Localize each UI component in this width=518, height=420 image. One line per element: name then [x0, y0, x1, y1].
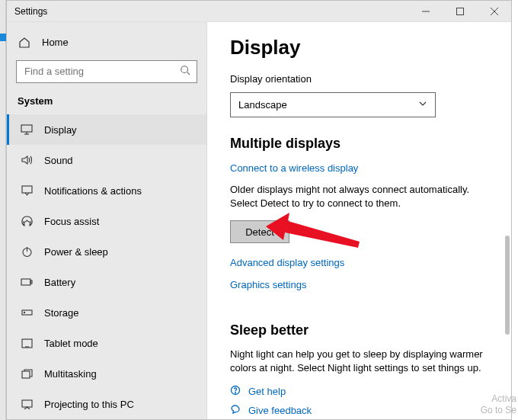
sidebar-item-label: Tablet mode: [44, 338, 98, 349]
orientation-value: Landscape: [238, 99, 287, 111]
home-label: Home: [42, 37, 69, 48]
maximize-button[interactable]: [443, 1, 477, 22]
sidebar-item-sound[interactable]: Sound: [7, 145, 206, 175]
home-button[interactable]: Home: [7, 30, 206, 56]
multitasking-icon: [20, 369, 34, 379]
battery-icon: [20, 277, 34, 287]
sidebar-item-storage[interactable]: Storage: [7, 297, 206, 328]
graphics-settings-link[interactable]: Graphics settings: [230, 279, 306, 290]
focus-assist-icon: [20, 216, 34, 227]
sidebar-item-label: Display: [44, 124, 77, 136]
background-accent: [0, 34, 6, 41]
sidebar-item-power-sleep[interactable]: Power & sleep: [7, 236, 206, 267]
svg-rect-12: [21, 279, 30, 285]
tablet-icon: [20, 338, 34, 348]
search-box[interactable]: [16, 60, 197, 83]
activation-watermark: Activa Go to Se: [481, 393, 516, 415]
advanced-display-link[interactable]: Advanced display settings: [230, 257, 344, 268]
give-feedback-label: Give feedback: [248, 405, 312, 416]
sound-icon: [20, 155, 34, 165]
svg-line-5: [187, 72, 190, 75]
sidebar-item-multitasking[interactable]: Multitasking: [7, 358, 206, 389]
sidebar-item-tablet-mode[interactable]: Tablet mode: [7, 328, 206, 358]
settings-window: Settings Home: [6, 0, 512, 420]
feedback-icon: [230, 404, 241, 417]
svg-rect-1: [456, 8, 463, 14]
svg-point-15: [24, 312, 24, 313]
sidebar-item-label: Projecting to this PC: [44, 399, 134, 410]
svg-rect-13: [30, 281, 32, 284]
svg-point-4: [181, 66, 188, 73]
get-help-label: Get help: [248, 386, 286, 397]
give-feedback-link[interactable]: Give feedback: [230, 404, 488, 417]
svg-rect-18: [22, 371, 30, 378]
sleep-better-text: Night light can help you get to sleep by…: [230, 348, 488, 374]
orientation-select[interactable]: Landscape: [230, 92, 436, 117]
sidebar-item-label: Focus assist: [44, 216, 99, 227]
sidebar-item-battery[interactable]: Battery: [7, 267, 206, 297]
watermark-line1: Activa: [481, 393, 516, 404]
page-title: Display: [230, 36, 488, 59]
titlebar: Settings: [7, 1, 511, 22]
nav-list: Display Sound Notifications & actions: [7, 114, 206, 419]
connect-wireless-link[interactable]: Connect to a wireless display: [230, 162, 358, 174]
svg-rect-9: [22, 186, 32, 193]
multiple-displays-heading: Multiple displays: [230, 136, 488, 152]
svg-rect-19: [22, 400, 32, 407]
multiple-displays-text: Older displays might not always connect …: [230, 183, 488, 210]
window-controls: [408, 1, 511, 22]
projecting-icon: [20, 399, 34, 409]
svg-point-21: [235, 393, 236, 393]
notifications-icon: [20, 185, 34, 196]
sidebar-item-label: Power & sleep: [44, 246, 108, 258]
scrollbar-thumb[interactable]: [505, 236, 510, 335]
window-title: Settings: [14, 6, 47, 17]
sidebar-item-label: Battery: [44, 277, 75, 288]
orientation-label: Display orientation: [230, 73, 488, 85]
detect-button[interactable]: Detect: [230, 220, 289, 243]
get-help-link[interactable]: Get help: [230, 385, 488, 398]
home-icon: [18, 37, 31, 49]
category-label: System: [7, 91, 206, 114]
sidebar-item-display[interactable]: Display: [7, 114, 206, 145]
sidebar-item-label: Notifications & actions: [44, 185, 142, 197]
close-button[interactable]: [477, 1, 511, 22]
search-icon: [180, 65, 190, 79]
display-icon: [20, 124, 34, 135]
sidebar-item-label: Storage: [44, 307, 79, 319]
sidebar-item-focus-assist[interactable]: Focus assist: [7, 206, 206, 236]
minimize-button[interactable]: [408, 1, 443, 22]
sidebar-item-label: Multitasking: [44, 368, 97, 380]
sleep-better-heading: Sleep better: [230, 322, 488, 338]
chevron-down-icon: [418, 99, 427, 111]
content-area: Home System Display: [7, 22, 511, 419]
storage-icon: [20, 308, 34, 317]
footer-links: Get help Give feedback: [230, 385, 488, 417]
search-input[interactable]: [23, 65, 180, 78]
help-icon: [230, 385, 241, 398]
sidebar: Home System Display: [7, 22, 207, 419]
sidebar-item-notifications[interactable]: Notifications & actions: [7, 175, 206, 206]
watermark-line2: Go to Se: [481, 405, 516, 415]
power-icon: [20, 246, 34, 258]
main-pane: Display Display orientation Landscape Mu…: [207, 22, 511, 419]
background-strip: [0, 0, 6, 420]
sidebar-item-label: Sound: [44, 155, 73, 166]
svg-rect-6: [21, 125, 32, 132]
sidebar-item-projecting[interactable]: Projecting to this PC: [7, 389, 206, 419]
svg-rect-16: [22, 339, 32, 348]
